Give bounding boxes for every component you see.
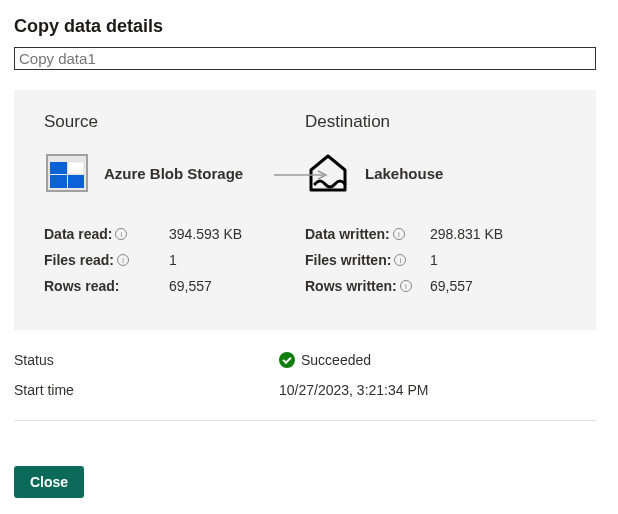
close-button[interactable]: Close	[14, 466, 84, 498]
start-time-value: 10/27/2023, 3:21:34 PM	[279, 382, 428, 398]
scroll-area[interactable]: Copy data1 Source	[14, 47, 604, 448]
svg-rect-5	[68, 175, 84, 188]
rows-read-value: 69,557	[169, 278, 212, 294]
data-written-value: 298.831 KB	[430, 226, 503, 242]
data-read-value: 394.593 KB	[169, 226, 242, 242]
arrow-icon	[274, 167, 332, 177]
files-written-label: Files written:	[305, 252, 430, 268]
info-icon[interactable]	[400, 280, 412, 292]
files-written-value: 1	[430, 252, 438, 268]
rows-written-value: 69,557	[430, 278, 473, 294]
activity-name-input[interactable]: Copy data1	[14, 47, 596, 70]
source-header: Source	[44, 112, 305, 132]
rows-written-label: Rows written:	[305, 278, 430, 294]
info-icon[interactable]	[394, 254, 406, 266]
destination-label: Lakehouse	[365, 165, 443, 182]
files-read-label: Files read:	[44, 252, 169, 268]
page-title: Copy data details	[14, 16, 604, 37]
info-icon[interactable]	[115, 228, 127, 240]
svg-rect-3	[68, 162, 84, 174]
data-written-label: Data written:	[305, 226, 430, 242]
copy-details-panel: Source Azure Blob S	[14, 90, 596, 330]
divider	[14, 420, 596, 421]
info-icon[interactable]	[117, 254, 129, 266]
start-time-label: Start time	[14, 382, 279, 398]
success-icon	[279, 352, 295, 368]
destination-header: Destination	[305, 112, 566, 132]
source-label: Azure Blob Storage	[104, 165, 243, 182]
status-value: Succeeded	[301, 352, 371, 368]
status-label: Status	[14, 352, 279, 368]
svg-rect-4	[50, 175, 67, 188]
info-icon[interactable]	[393, 228, 405, 240]
svg-rect-2	[50, 162, 67, 174]
files-read-value: 1	[169, 252, 177, 268]
rows-read-label: Rows read:	[44, 278, 169, 294]
azure-blob-storage-icon	[44, 150, 90, 196]
data-read-label: Data read:	[44, 226, 169, 242]
